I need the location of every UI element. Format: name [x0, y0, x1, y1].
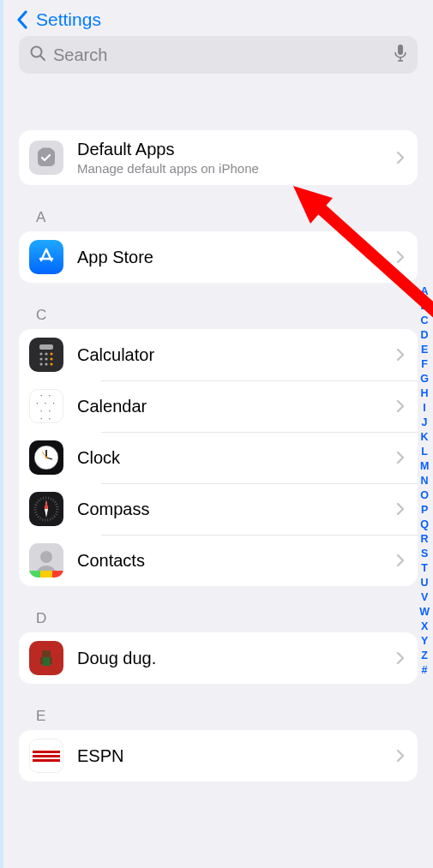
- section-header-d: D: [3, 610, 433, 632]
- svg-rect-32: [42, 657, 51, 666]
- row-calculator[interactable]: Calculator: [19, 329, 418, 380]
- alpha-index-letter[interactable]: #: [422, 663, 428, 678]
- svg-point-11: [39, 357, 42, 360]
- doug-dug-icon: [29, 641, 63, 675]
- chevron-right-icon: [395, 348, 406, 362]
- svg-point-27: [40, 551, 52, 563]
- group-a: App Store: [19, 231, 418, 283]
- group-d: Doug dug.: [19, 632, 418, 684]
- svg-point-22: [45, 457, 48, 459]
- alpha-index-letter[interactable]: Z: [421, 649, 428, 663]
- back-chevron-icon[interactable]: [14, 9, 31, 31]
- alpha-index-letter[interactable]: D: [421, 328, 429, 343]
- svg-rect-31: [42, 650, 51, 657]
- calculator-icon: [29, 338, 63, 372]
- alpha-index-letter[interactable]: S: [421, 547, 428, 561]
- chevron-right-icon: [395, 399, 406, 413]
- svg-point-15: [45, 362, 47, 365]
- svg-point-12: [45, 357, 47, 360]
- svg-point-9: [45, 352, 47, 355]
- calendar-icon: · · · · ·· · · · ·· · ·: [29, 389, 63, 423]
- row-espn[interactable]: ESPN: [19, 730, 418, 781]
- app-store-icon: [29, 240, 63, 274]
- alpha-index-letter[interactable]: E: [421, 343, 428, 357]
- group-e: ESPN: [19, 730, 418, 781]
- row-subtitle: Manage default apps on iPhone: [77, 161, 395, 177]
- svg-rect-36: [33, 755, 60, 757]
- nav-bar: Settings: [3, 0, 433, 36]
- alpha-index-letter[interactable]: B: [421, 299, 429, 314]
- microphone-icon[interactable]: [394, 44, 407, 66]
- svg-line-1: [40, 56, 45, 60]
- alpha-index-letter[interactable]: T: [421, 561, 428, 576]
- alpha-index-letter[interactable]: H: [421, 386, 429, 401]
- svg-rect-33: [40, 657, 43, 664]
- espn-icon: [29, 739, 63, 773]
- contacts-icon: [29, 543, 63, 578]
- alpha-index-letter[interactable]: P: [421, 503, 428, 518]
- alphabet-index[interactable]: ABCDEFGHIJKLMNOPQRSTUVWXYZ#: [419, 284, 430, 678]
- alpha-index-letter[interactable]: G: [420, 372, 429, 386]
- alpha-index-letter[interactable]: R: [421, 532, 429, 547]
- search-icon: [29, 45, 46, 65]
- row-doug-dug[interactable]: Doug dug.: [19, 632, 418, 684]
- svg-rect-29: [40, 571, 52, 578]
- alpha-index-letter[interactable]: W: [419, 605, 430, 620]
- svg-rect-30: [52, 571, 63, 578]
- alpha-index-letter[interactable]: Q: [420, 518, 429, 532]
- alpha-index-letter[interactable]: N: [421, 474, 429, 488]
- row-title: ESPN: [77, 745, 395, 766]
- row-app-store[interactable]: App Store: [19, 231, 418, 283]
- alpha-index-letter[interactable]: I: [423, 401, 425, 416]
- alpha-index-letter[interactable]: O: [420, 488, 429, 503]
- alpha-index-letter[interactable]: U: [421, 576, 429, 590]
- svg-point-13: [50, 357, 52, 360]
- alpha-index-letter[interactable]: F: [421, 357, 428, 372]
- svg-rect-6: [41, 148, 51, 152]
- alpha-index-letter[interactable]: M: [420, 459, 429, 474]
- svg-point-16: [50, 362, 52, 365]
- alpha-index-letter[interactable]: J: [422, 416, 428, 430]
- row-clock[interactable]: Clock: [19, 432, 418, 483]
- svg-point-10: [50, 352, 52, 355]
- row-title: Clock: [77, 447, 395, 468]
- chevron-right-icon: [395, 151, 406, 165]
- section-header-e: E: [3, 708, 433, 730]
- group-c: Calculator · · · · ·· · · · ·· · · Calen…: [19, 329, 418, 586]
- chevron-right-icon: [395, 250, 406, 264]
- row-title: Calendar: [77, 396, 395, 416]
- chevron-right-icon: [395, 554, 406, 567]
- row-compass[interactable]: Compass: [19, 483, 418, 535]
- section-header-a: A: [3, 209, 433, 231]
- group-default-apps: Default Apps Manage default apps on iPho…: [19, 130, 418, 185]
- row-title: Contacts: [77, 550, 395, 571]
- row-title: Calculator: [77, 344, 395, 365]
- compass-icon: [29, 492, 63, 526]
- svg-rect-28: [29, 571, 40, 578]
- chevron-right-icon: [395, 451, 406, 464]
- alpha-index-letter[interactable]: Y: [421, 634, 428, 649]
- alpha-index-letter[interactable]: A: [421, 284, 429, 299]
- svg-marker-25: [45, 500, 48, 509]
- svg-rect-2: [398, 45, 403, 55]
- search-input[interactable]: Search: [19, 36, 418, 74]
- alpha-index-letter[interactable]: X: [421, 620, 428, 634]
- row-calendar[interactable]: · · · · ·· · · · ·· · · Calendar: [19, 380, 418, 432]
- row-contacts[interactable]: Contacts: [19, 535, 418, 586]
- alpha-index-letter[interactable]: L: [421, 445, 428, 459]
- row-default-apps[interactable]: Default Apps Manage default apps on iPho…: [19, 130, 418, 185]
- alpha-index-letter[interactable]: C: [421, 314, 429, 328]
- back-label[interactable]: Settings: [36, 9, 101, 30]
- clock-icon: [29, 440, 63, 475]
- svg-point-8: [39, 352, 42, 355]
- svg-rect-37: [33, 759, 60, 762]
- alpha-index-letter[interactable]: K: [421, 430, 429, 445]
- svg-rect-35: [33, 751, 60, 753]
- alpha-index-letter[interactable]: V: [421, 590, 428, 605]
- svg-point-14: [39, 362, 42, 365]
- search-placeholder: Search: [53, 45, 387, 65]
- svg-rect-34: [50, 657, 52, 664]
- chevron-right-icon: [395, 502, 406, 516]
- row-title: Default Apps: [77, 139, 395, 159]
- section-header-c: C: [3, 307, 433, 329]
